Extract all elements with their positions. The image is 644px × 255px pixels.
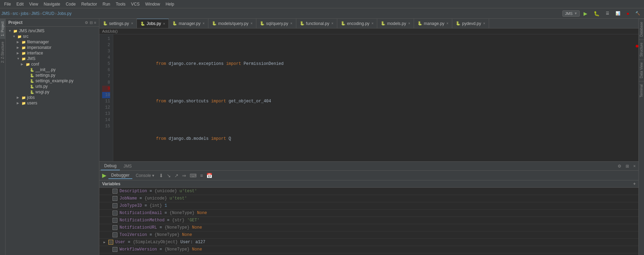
debug-button[interactable]: 🐛: [591, 10, 602, 17]
code-editor[interactable]: 1 2 3 4 5 6 7 8 9 10 11: [99, 34, 638, 161]
vtab-project[interactable]: 1: Project: [0, 19, 5, 39]
tab-pydevd-py[interactable]: 🐍 pydevd.py ×: [452, 19, 489, 28]
var-notification-method[interactable]: □ NotificationMethod = {str} 'GET': [99, 217, 638, 224]
pydevd-tab-icon: 🐍: [456, 21, 461, 26]
collapse-icon[interactable]: ⊟: [90, 20, 93, 25]
sidebar-tab-structure[interactable]: Structure: [639, 40, 644, 60]
bottom-settings-icon[interactable]: ⚙: [616, 163, 623, 169]
tab-functional-close[interactable]: ×: [331, 22, 333, 25]
tree-src[interactable]: ▼ 📁 src: [6, 34, 99, 39]
tree-urls-py[interactable]: ▶ 🐍 urls.py: [6, 84, 99, 89]
tree-init-py[interactable]: ▶ 🐍 __init__.py: [6, 67, 99, 73]
tree-interface[interactable]: ▶ 📁 interface: [6, 50, 99, 56]
tab-manager-py-close[interactable]: ×: [203, 22, 205, 25]
settings-icon[interactable]: ≡: [94, 20, 96, 25]
tree-wsgi-py[interactable]: ▶ 🐍 wsgi.py: [6, 89, 99, 95]
breadcrumb-src[interactable]: src: [13, 11, 18, 16]
build-button[interactable]: 🔨: [633, 10, 643, 17]
bottom-expand-icon[interactable]: ⊞: [624, 163, 630, 169]
debug-resume-button[interactable]: ▶: [101, 171, 108, 179]
tab-jobs-py[interactable]: 🐍 Jobs.py ×: [137, 19, 169, 28]
var-notification-email[interactable]: □ NotificationEmail = {NoneType} None: [99, 210, 638, 217]
debug-step-over[interactable]: ⬇: [158, 172, 165, 179]
tree-users[interactable]: ▶ 📁 users: [6, 100, 99, 106]
tab-models-query-py[interactable]: 🐍 models/query.py ×: [208, 19, 256, 28]
tree-settings-py[interactable]: ▶ 🐍 settings.py: [6, 73, 99, 78]
debug-frames[interactable]: ≡: [199, 172, 204, 179]
run-config-selector[interactable]: JMS ▼: [562, 10, 580, 17]
menu-window[interactable]: Window: [142, 1, 163, 7]
variables-expand-icon[interactable]: +: [633, 181, 636, 186]
debug-evaluate[interactable]: ⌨: [188, 172, 198, 179]
var-description[interactable]: □ Description = {unicode} u'test': [99, 188, 638, 195]
var-user[interactable]: ▶ □ User = {SimpleLazyObject} User: a127: [99, 239, 638, 246]
tree-settings-py-label: settings.py: [35, 73, 55, 78]
breadcrumb-crud[interactable]: CRUD: [42, 11, 55, 16]
breadcrumb-jobs[interactable]: jobs: [21, 11, 28, 16]
tab-manager-py[interactable]: 🐍 manager.py ×: [169, 19, 208, 28]
tree-impersonator[interactable]: ▶ 📁 impersonator: [6, 45, 99, 50]
menu-edit[interactable]: Edit: [14, 1, 26, 7]
bottom-tab-jms[interactable]: JMS: [120, 162, 135, 170]
debug-step-out[interactable]: ↗: [173, 172, 180, 179]
debugger-tab-console[interactable]: Console ▾: [133, 172, 157, 179]
menu-vcs[interactable]: VCS: [128, 1, 142, 7]
menu-tools[interactable]: Tools: [113, 1, 128, 7]
var-toolversion[interactable]: □ ToolVersion = {NoneType} None: [99, 231, 638, 239]
tree-filemanager[interactable]: ▶ 📁 filemanager: [6, 39, 99, 45]
tree-settings-example-py[interactable]: ▶ 🐍 settings_example.py: [6, 78, 99, 84]
tab-manage-py[interactable]: 🐍 manage.py ×: [414, 19, 452, 28]
menu-file[interactable]: File: [1, 1, 14, 7]
tree-jms[interactable]: ▼ 📁 JMS: [6, 56, 99, 61]
run-button[interactable]: ▶: [581, 10, 590, 17]
tab-settings-py-close[interactable]: ×: [131, 22, 133, 25]
tab-manage-close[interactable]: ×: [446, 22, 448, 25]
sidebar-tab-dataview[interactable]: Data View: [639, 59, 644, 81]
tab-sql-query-py[interactable]: 🐍 sql/query.py ×: [256, 19, 296, 28]
debug-step-into[interactable]: ↘: [165, 172, 172, 179]
var-jobname[interactable]: □ JobName = {unicode} u'test': [99, 195, 638, 202]
menu-refactor[interactable]: Refactor: [79, 1, 100, 7]
stop-button[interactable]: ■: [624, 10, 631, 17]
tab-pydevd-close[interactable]: ×: [483, 22, 485, 25]
tab-encoding-close[interactable]: ×: [372, 22, 374, 25]
tab-models-close[interactable]: ×: [408, 22, 410, 25]
bottom-close-icon[interactable]: ×: [632, 163, 637, 169]
menu-help[interactable]: Help: [163, 1, 177, 7]
var-jobtypeid[interactable]: □ JobTypeID = {int} 1: [99, 202, 638, 210]
tab-jobs-py-close[interactable]: ×: [163, 22, 165, 26]
jobs-folder-icon: 📁: [21, 96, 26, 100]
menu-run[interactable]: Run: [100, 1, 113, 7]
tab-encoding-py[interactable]: 🐍 encoding.py ×: [337, 19, 378, 28]
tab-functional-py[interactable]: 🐍 functional.py ×: [296, 19, 337, 28]
menu-navigate[interactable]: Navigate: [41, 1, 63, 7]
tab-models-py[interactable]: 🐍 models.py ×: [377, 19, 414, 28]
tree-root[interactable]: ▼ 📁 JMS /srv/JMS: [6, 28, 99, 34]
sidebar-tab-database[interactable]: Database: [639, 19, 644, 40]
breadcrumb-jms2[interactable]: JMS: [31, 11, 40, 16]
tab-sql-query-close[interactable]: ×: [290, 22, 292, 25]
menu-code[interactable]: Code: [63, 1, 79, 7]
vtab-structure[interactable]: 2: Z-Structure: [0, 39, 5, 66]
coverage-button[interactable]: ☰: [603, 10, 612, 17]
var-jobtypeid-icon: □: [113, 203, 117, 208]
tab-models-query-close[interactable]: ×: [250, 22, 253, 25]
sidebar-tab-terminal[interactable]: Terminal: [639, 81, 644, 100]
breadcrumb-jobs-py[interactable]: Jobs.py: [57, 11, 72, 16]
tree-conf[interactable]: ▶ 📁 conf: [6, 61, 99, 67]
bottom-tab-debug[interactable]: Debug: [101, 162, 120, 170]
sync-icon[interactable]: ⚙: [85, 20, 88, 25]
filemanager-folder-icon: 📁: [21, 40, 26, 44]
tab-settings-py[interactable]: 🐍 settings.py ×: [99, 19, 137, 28]
var-notification-url[interactable]: □ NotificationURL = {NoneType} None: [99, 224, 638, 231]
var-workflowversion[interactable]: □ WorkflowVersion = {NoneType} None: [99, 246, 638, 253]
breadcrumb-jms[interactable]: JMS: [1, 11, 10, 16]
menu-view[interactable]: View: [26, 1, 41, 7]
scroll-error-indicator: [636, 45, 638, 48]
debug-calendar[interactable]: 📅: [205, 172, 214, 179]
debugger-tab-debugger[interactable]: Debugger: [108, 172, 132, 179]
tree-jobs[interactable]: ▶ 📁 jobs: [6, 95, 99, 100]
code-lines[interactable]: from django.core.exceptions import Permi…: [113, 34, 638, 161]
profile-button[interactable]: 📊: [613, 10, 623, 17]
debug-run-to-cursor[interactable]: ⇒: [181, 172, 188, 179]
